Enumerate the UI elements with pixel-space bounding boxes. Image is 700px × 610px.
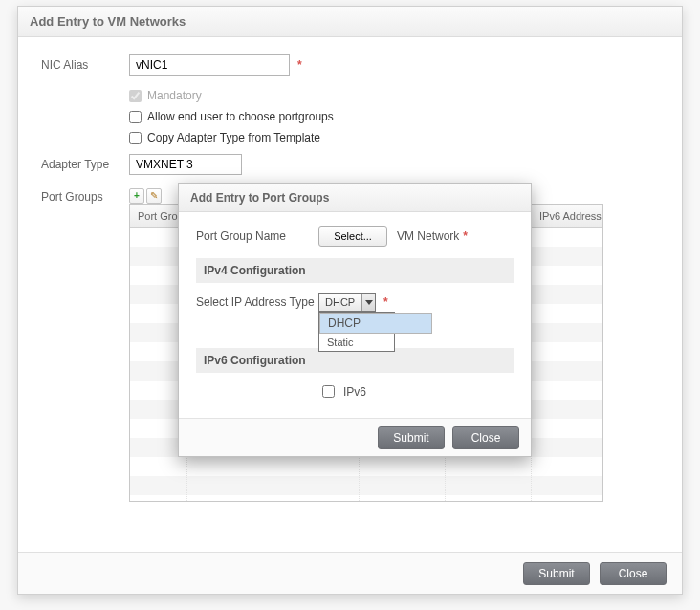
required-asterisk: *: [463, 229, 468, 243]
port-groups-label: Port Groups: [41, 188, 129, 204]
svg-marker-0: [365, 300, 373, 305]
submit-button[interactable]: Submit: [523, 562, 590, 585]
modal-submit-button[interactable]: Submit: [378, 426, 445, 449]
grid-header-ipv6[interactable]: IPv6 Address: [532, 205, 602, 227]
nic-alias-input[interactable]: [129, 54, 290, 76]
copy-adapter-checkbox[interactable]: [129, 132, 142, 144]
selected-port-group: VM Network: [397, 229, 459, 243]
edit-row-button[interactable]: ✎: [146, 188, 162, 204]
ipv6-checkbox[interactable]: [322, 385, 335, 398]
copy-adapter-label: Copy Adapter Type from Template: [147, 131, 320, 144]
pencil-icon: ✎: [150, 191, 158, 201]
port-group-name-label: Port Group Name: [196, 229, 318, 243]
ipv6-check-label: IPv6: [343, 385, 366, 399]
adapter-type-label: Adapter Type: [41, 158, 129, 171]
modal-title: Add Entry to Port Groups: [179, 184, 531, 212]
required-asterisk: *: [297, 58, 302, 72]
required-asterisk: *: [383, 295, 388, 309]
port-groups-modal: Add Entry to Port Groups Port Group Name…: [178, 183, 532, 457]
mandatory-label: Mandatory: [147, 89, 202, 102]
adapter-type-select[interactable]: [129, 154, 242, 175]
mandatory-checkbox: [129, 90, 142, 102]
ip-type-dropdown: DHCP Static: [318, 312, 395, 352]
ip-type-combobox[interactable]: DHCP: [318, 293, 376, 312]
close-button[interactable]: Close: [600, 562, 667, 585]
modal-close-button[interactable]: Close: [452, 426, 519, 449]
plus-icon: +: [134, 191, 140, 201]
ip-type-option-dhcp[interactable]: DHCP: [319, 313, 432, 334]
dialog-title: Add Entry to VM Networks: [18, 7, 682, 37]
allow-end-user-checkbox[interactable]: [129, 111, 142, 123]
add-row-button[interactable]: +: [129, 188, 144, 204]
nic-alias-label: NIC Alias: [41, 58, 129, 72]
select-port-group-button[interactable]: Select...: [318, 226, 387, 247]
chevron-down-icon: [361, 294, 375, 311]
ip-type-value: DHCP: [319, 296, 361, 308]
allow-end-user-label: Allow end user to choose portgroups: [147, 110, 334, 123]
ip-type-option-static[interactable]: Static: [319, 334, 394, 351]
ip-type-label: Select IP Address Type: [196, 295, 318, 309]
ipv4-section-header: IPv4 Configuration: [196, 258, 514, 283]
